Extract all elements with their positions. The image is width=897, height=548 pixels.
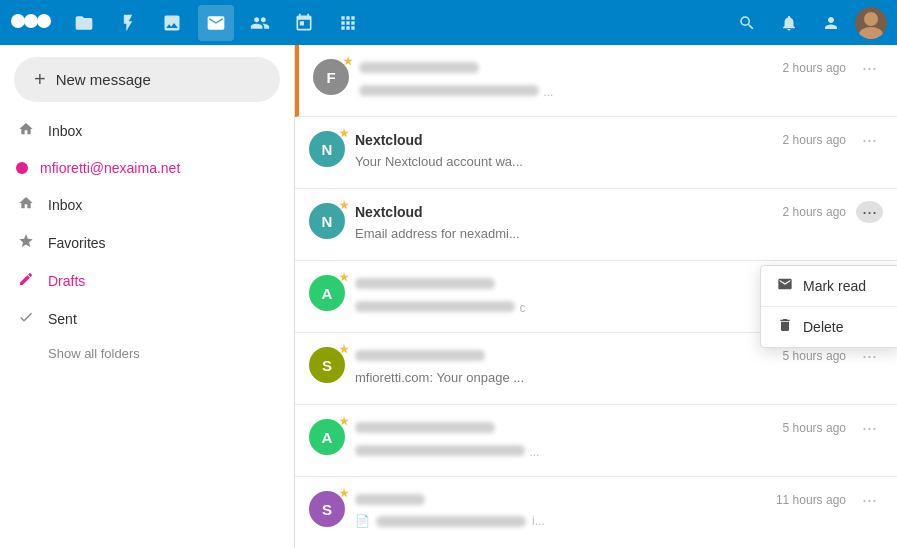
- new-message-label: New message: [56, 71, 151, 88]
- star-icon: ★: [339, 127, 349, 140]
- files-nav-icon[interactable]: [66, 5, 102, 41]
- email-more-button[interactable]: ···: [856, 417, 883, 439]
- sidebar-item-inbox2[interactable]: Inbox ···: [0, 186, 294, 224]
- account-dot: [16, 162, 28, 174]
- context-menu-delete[interactable]: Delete: [761, 307, 897, 347]
- context-menu: Mark read Delete: [760, 265, 897, 348]
- blurred-sender: [355, 422, 495, 433]
- email-row-right: 2 hours ago ···: [783, 57, 883, 79]
- nextcloud-logo[interactable]: [10, 7, 52, 39]
- inbox1-label: Inbox: [48, 123, 255, 139]
- email-item[interactable]: N ★ Nextcloud 2 hours ago ··· Email addr…: [295, 189, 897, 261]
- email-more-button[interactable]: ···: [856, 201, 883, 223]
- blurred-preview: [355, 301, 515, 312]
- email-more-button[interactable]: ···: [856, 129, 883, 151]
- avatar: A ★: [309, 419, 345, 455]
- email-content: Nextcloud 2 hours ago ··· Your Nextcloud…: [355, 129, 883, 169]
- delete-label: Delete: [803, 319, 843, 335]
- main-layout: + New message Inbox ··· mfioretti@nexaim…: [0, 45, 897, 548]
- avatar: S ★: [309, 491, 345, 527]
- show-all-folders-link[interactable]: Show all folders: [0, 338, 294, 369]
- calendar-nav-icon[interactable]: [286, 5, 322, 41]
- email-more-button[interactable]: ···: [856, 345, 883, 367]
- star-icon: ★: [339, 343, 349, 356]
- search-nav-button[interactable]: [729, 5, 765, 41]
- svg-point-1: [24, 14, 38, 28]
- email-preview: 📄 i...: [355, 514, 883, 528]
- activity-nav-icon[interactable]: [110, 5, 146, 41]
- blurred-sender: [355, 350, 485, 361]
- blurred-sender: [359, 62, 479, 73]
- avatar: N ★: [309, 131, 345, 167]
- email-item[interactable]: S ★ 11 hours ago ··· 📄 i...: [295, 477, 897, 548]
- email-more-button[interactable]: ···: [856, 57, 883, 79]
- notifications-button[interactable]: [771, 5, 807, 41]
- email-list: F ★ 2 hours ago ··· ...: [295, 45, 897, 548]
- email-item[interactable]: F ★ 2 hours ago ··· ...: [295, 45, 897, 117]
- user-menu-button[interactable]: [813, 5, 849, 41]
- email-row-right: 5 hours ago ···: [783, 345, 883, 367]
- context-menu-mark-read[interactable]: Mark read: [761, 266, 897, 306]
- email-preview: mfioretti.com: Your onpage ...: [355, 370, 555, 385]
- more-nav-icon[interactable]: [330, 5, 366, 41]
- star-icon: ★: [339, 487, 349, 500]
- email-sender: [355, 420, 495, 436]
- blurred-sender: [355, 278, 495, 289]
- svg-point-4: [859, 27, 883, 39]
- email-sender: Nextcloud: [355, 132, 423, 148]
- email-sender: [355, 492, 425, 508]
- email-more-button[interactable]: ···: [856, 489, 883, 511]
- star-icon: ★: [339, 415, 349, 428]
- photos-nav-icon[interactable]: [154, 5, 190, 41]
- email-sender: [359, 60, 479, 76]
- email-content: 2 hours ago ··· ...: [359, 57, 883, 100]
- svg-point-3: [864, 12, 878, 26]
- sidebar-item-inbox1[interactable]: Inbox ···: [0, 112, 294, 150]
- sidebar-item-account[interactable]: mfioretti@nexaima.net ···: [0, 150, 294, 186]
- mail-nav-icon[interactable]: [198, 5, 234, 41]
- sidebar-item-sent[interactable]: Sent ···: [0, 300, 294, 338]
- email-time: 2 hours ago: [783, 133, 846, 147]
- mark-read-icon: [777, 276, 793, 296]
- user-avatar[interactable]: [855, 7, 887, 39]
- email-header: 11 hours ago ···: [355, 489, 883, 511]
- avatar: S ★: [309, 347, 345, 383]
- email-time: 5 hours ago: [783, 421, 846, 435]
- email-header: Nextcloud 2 hours ago ···: [355, 129, 883, 151]
- inbox2-label: Inbox: [48, 197, 255, 213]
- inbox1-icon: [16, 121, 36, 141]
- avatar: N ★: [309, 203, 345, 239]
- blurred-preview: [355, 445, 525, 456]
- favorites-label: Favorites: [48, 235, 255, 251]
- new-message-button[interactable]: + New message: [14, 57, 280, 102]
- email-header: Nextcloud 2 hours ago ···: [355, 201, 883, 223]
- email-item[interactable]: N ★ Nextcloud 2 hours ago ··· Your Nextc…: [295, 117, 897, 189]
- sent-icon: [16, 309, 36, 329]
- email-content: 5 hours ago ··· ...: [355, 417, 883, 460]
- email-header: 2 hours ago ···: [359, 57, 883, 79]
- new-message-plus-icon: +: [34, 68, 46, 91]
- blurred-preview: [376, 516, 526, 527]
- email-content: 5 hours ago ··· mfioretti.com: Your onpa…: [355, 345, 883, 385]
- account-label: mfioretti@nexaima.net: [40, 160, 255, 176]
- avatar: F ★: [313, 59, 349, 95]
- email-preview: Your Nextcloud account wa...: [355, 154, 555, 169]
- email-row-right: 2 hours ago ···: [783, 129, 883, 151]
- contacts-nav-icon[interactable]: [242, 5, 278, 41]
- email-content: 11 hours ago ··· 📄 i...: [355, 489, 883, 528]
- email-time: 2 hours ago: [783, 205, 846, 219]
- email-sender: [355, 348, 485, 364]
- email-header: 5 hours ago ···: [355, 345, 883, 367]
- delete-icon: [777, 317, 793, 337]
- avatar: A ★: [309, 275, 345, 311]
- email-preview: ...: [355, 442, 883, 460]
- email-sender: [355, 276, 495, 292]
- sidebar-item-drafts[interactable]: Drafts ···: [0, 262, 294, 300]
- sidebar-item-favorites[interactable]: Favorites ···: [0, 224, 294, 262]
- email-row-right: 11 hours ago ···: [776, 489, 883, 511]
- email-time: 5 hours ago: [783, 349, 846, 363]
- email-item[interactable]: A ★ 5 hours ago ··· ...: [295, 405, 897, 477]
- drafts-icon: [16, 271, 36, 291]
- email-row-right: 2 hours ago ···: [783, 201, 883, 223]
- svg-point-0: [11, 14, 25, 28]
